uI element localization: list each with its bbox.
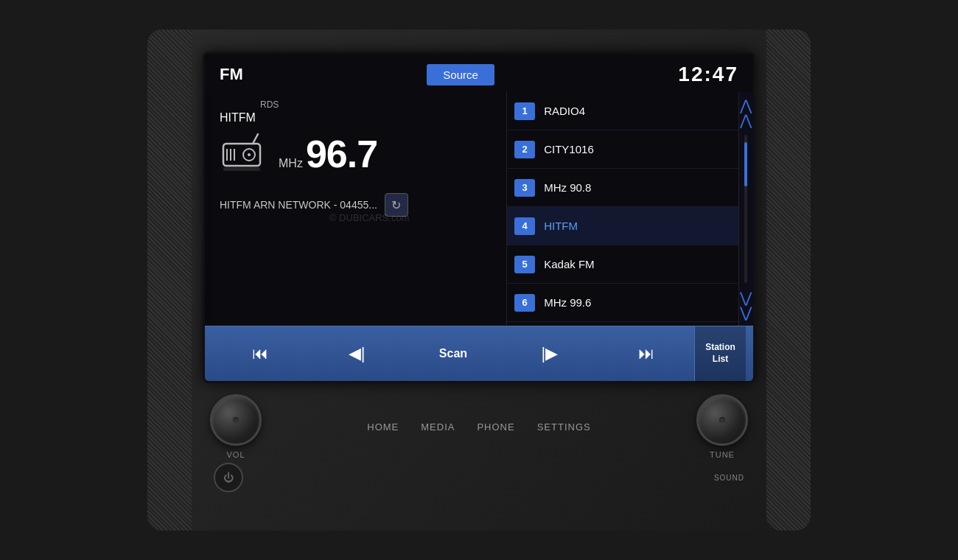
power-button[interactable]: ⏻ [214, 463, 243, 492]
next-button[interactable]: ⏭ [598, 326, 694, 381]
station-name-text: MHz 99.6 [544, 296, 591, 309]
scan-button[interactable]: Scan [405, 326, 502, 381]
freq-mhz-label: MHz [279, 157, 303, 170]
station-name-text: CITY1016 [544, 143, 594, 155]
right-panel: 1RADIO42CITY10163MHz 90.84HITFM5Kadak FM… [506, 92, 753, 326]
station-list-button[interactable]: StationList [694, 326, 746, 381]
time-display: 12:47 [678, 63, 738, 86]
station-item[interactable]: 2CITY1016 [507, 130, 738, 169]
station-item[interactable]: 3MHz 90.8 [507, 169, 738, 207]
station-item[interactable]: 1RADIO4 [507, 92, 738, 130]
freq-number: 96.7 [306, 132, 377, 176]
car-unit: FM Source 12:47 RDS HITFM [147, 29, 811, 531]
radio-icon-freq: MHz 96.7 [220, 130, 492, 177]
hardware-row: VOL HOME MEDIA PHONE SETTINGS TUNE [203, 394, 755, 459]
current-station-name: HITFM [220, 111, 492, 125]
carbon-right-panel [766, 29, 811, 531]
prev-button[interactable]: ⏮ [212, 326, 309, 381]
station-item[interactable]: 4HITFM [507, 207, 738, 245]
power-sound-row: ⏻ SOUND [203, 463, 755, 492]
station-item[interactable]: 6MHz 99.6 [507, 284, 738, 322]
station-name-text: HITFM [544, 220, 578, 232]
station-number: 1 [514, 102, 535, 120]
station-number: 6 [514, 294, 535, 312]
left-panel: RDS HITFM [205, 92, 506, 326]
radio-icon [220, 130, 264, 177]
screen-main-content: RDS HITFM [205, 92, 753, 326]
fm-label: FM [220, 65, 243, 84]
vol-knob[interactable] [210, 394, 262, 446]
tune-label: TUNE [710, 450, 735, 459]
station-list-panel: 1RADIO42CITY10163MHz 90.84HITFM5Kadak FM… [507, 92, 738, 326]
home-button[interactable]: HOME [367, 421, 399, 433]
station-item[interactable]: 5Kadak FM [507, 245, 738, 284]
sound-section: SOUND [714, 474, 744, 482]
power-section: ⏻ [214, 463, 243, 492]
station-number: 2 [514, 141, 535, 158]
scroll-thumb [744, 142, 747, 186]
station-number: 3 [514, 179, 535, 197]
station-name-text: Kadak FM [544, 258, 594, 270]
svg-point-5 [248, 153, 251, 156]
tune-knob[interactable] [696, 394, 748, 446]
settings-button[interactable]: SETTINGS [537, 421, 591, 433]
station-info-text: HITFM ARN NETWORK - 04455... [220, 199, 377, 211]
frequency-display: MHz 96.7 [279, 132, 377, 176]
vol-label: VOL [226, 450, 245, 459]
screen-top-bar: FM Source 12:47 [205, 54, 753, 92]
svg-line-6 [253, 134, 258, 144]
source-button[interactable]: Source [427, 64, 494, 85]
hardware-buttons: HOME MEDIA PHONE SETTINGS [367, 421, 590, 433]
sound-label: SOUND [714, 474, 744, 482]
step-back-button[interactable]: ◀| [309, 326, 405, 381]
vol-knob-section: VOL [210, 394, 262, 459]
station-number: 4 [514, 217, 535, 235]
scroll-track [744, 135, 747, 283]
controls-bar: ⏮ ◀| Scan |▶ ⏭ StationList [205, 326, 753, 381]
svg-rect-7 [223, 167, 260, 171]
station-info-row: HITFM ARN NETWORK - 04455... ↻ [220, 193, 492, 217]
media-button[interactable]: MEDIA [421, 421, 455, 433]
rds-label: RDS [260, 99, 492, 110]
station-number: 5 [514, 256, 535, 273]
station-name-text: MHz 90.8 [544, 181, 591, 194]
phone-button[interactable]: PHONE [477, 421, 514, 433]
tune-knob-section: TUNE [696, 394, 748, 459]
carbon-left-panel [147, 29, 192, 531]
infotainment-screen: FM Source 12:47 RDS HITFM [203, 52, 755, 383]
step-fwd-button[interactable]: |▶ [501, 326, 598, 381]
refresh-button[interactable]: ↻ [385, 193, 408, 217]
scroll-down-button[interactable]: ⋁⋁ [737, 287, 753, 323]
station-name-text: RADIO4 [544, 105, 585, 117]
scroll-bar: ⋀⋀ ⋁⋁ [738, 92, 753, 326]
scroll-up-button[interactable]: ⋀⋀ [737, 95, 753, 130]
